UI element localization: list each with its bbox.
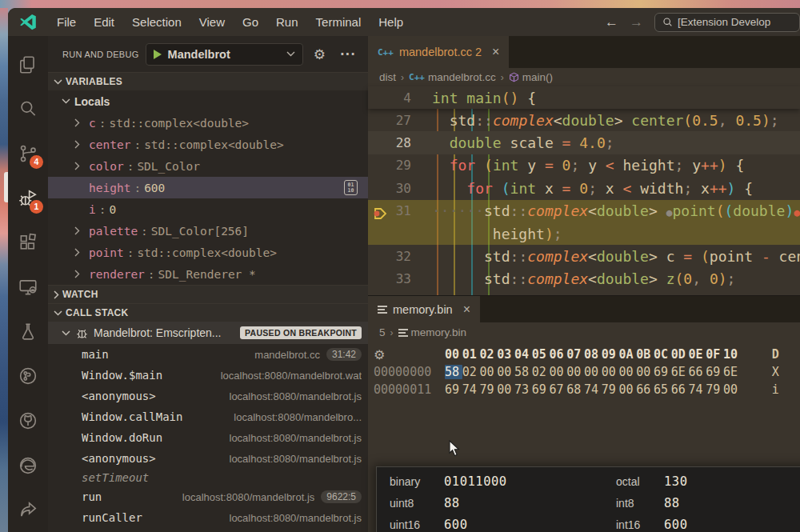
activity-item-edge-devtools[interactable] [9,443,47,488]
stack-frame-run[interactable]: runlocalhost:8080/mandelbrot.js9622:5 [48,486,368,507]
hex-byte[interactable]: 00 [636,365,654,379]
hex-byte[interactable]: 69 [445,382,462,397]
hex-byte[interactable]: 00 [619,365,637,379]
hex-byte[interactable]: 00 [566,365,584,379]
menu-go[interactable]: Go [234,13,267,31]
menu-view[interactable]: View [190,13,234,31]
menu-terminal[interactable]: Terminal [307,13,370,31]
gear-icon[interactable]: ⚙ [310,46,330,62]
hex-byte[interactable]: 73 [514,382,532,397]
activity-item-testing[interactable] [9,310,47,354]
hex-byte[interactable]: 79 [480,382,498,397]
launch-config-dropdown[interactable]: Mandelbrot [146,43,303,66]
code-line-31[interactable]: 31······std::complex<double> ●point((dou… [368,200,800,222]
hex-byte[interactable]: 65 [654,382,671,397]
close-icon[interactable]: × [463,302,470,317]
hex-byte[interactable]: 00 [497,382,514,397]
stack-frame-main[interactable]: mainmandelbrot.cc31:42 [48,344,368,365]
menu-file[interactable]: File [48,13,85,31]
breadcrumb-item-5[interactable]: 5 [379,326,386,338]
activity-item-code-tour[interactable] [9,354,47,398]
hex-byte[interactable]: 66 [636,382,654,397]
stack-frame-runcaller[interactable]: runCallerlocalhost:8080/mandelbrot.js [48,507,368,528]
activity-item-github[interactable] [9,398,47,443]
debug-session-row[interactable]: Mandelbrot: Emscripten... PAUSED ON BREA… [48,322,368,344]
variable-row-i[interactable]: i: 0 [48,198,368,220]
hex-byte[interactable]: 58 [514,365,532,379]
binary-view-icon[interactable]: 0110 [344,180,358,195]
hex-byte[interactable]: 00 [584,365,602,379]
hex-byte[interactable]: 00 [550,365,567,379]
stack-frame-window-callmain[interactable]: Window.callMainlocalhost:8080/mandelbro.… [48,406,368,427]
close-icon[interactable]: × [492,45,499,59]
hex-byte[interactable]: 67 [550,382,567,397]
code-line-32[interactable]: 32 std::complex<double> c = (point - cen… [368,245,800,267]
activity-item-live-share[interactable] [9,487,47,532]
watch-section-header[interactable]: WATCH [48,285,368,303]
breadcrumb-item-mandelbrotcc[interactable]: C++mandelbrot.cc [409,71,496,83]
hex-byte[interactable]: 00 [602,365,619,379]
variables-section-header[interactable]: VARIABLES [48,72,368,90]
sticky-code-line[interactable]: 4int main() { [368,86,536,109]
forward-arrow-icon[interactable]: → [630,14,643,30]
stack-frame-window-dorun[interactable]: Window.doRunlocalhost:8080/mandelbrot.js [48,427,368,448]
variables-scope-locals[interactable]: Locals [48,90,368,112]
activity-item-search[interactable] [9,87,47,132]
code-line-30[interactable]: 30 for (int x = 0; x < width; x++) { [368,177,800,199]
variable-row-c[interactable]: c: std::complex<double> [48,112,368,134]
code-line-29[interactable]: 29 for (int y = 0; y < height; y++) { [368,154,800,177]
hex-byte[interactable]: 69 [706,365,723,379]
hex-byte[interactable]: 69 [654,365,671,379]
more-actions-icon[interactable]: ··· [336,47,360,62]
variable-row-height[interactable]: height: 6000110 [48,177,368,198]
code-line-33[interactable]: 33 std::complex<double> z(0, 0); [368,268,800,290]
hex-byte[interactable]: 68 [566,382,584,397]
call-stack-section-header[interactable]: CALL STACK [48,303,368,322]
variable-row-center[interactable]: center: std::complex<double> [48,134,368,155]
activity-item-extensions[interactable] [9,221,47,266]
hex-byte[interactable]: 58 [445,365,462,379]
menu-edit[interactable]: Edit [85,13,123,31]
menu-help[interactable]: Help [370,13,412,31]
hex-byte[interactable]: 66 [689,365,706,379]
code-line-34[interactable]: 34 int i = 0; [368,290,800,295]
code-line-wrap[interactable]: height); [368,222,800,245]
hex-byte[interactable]: 74 [584,382,602,397]
breadcrumb-item-main[interactable]: main() [509,71,553,83]
code-line-28[interactable]: 28 double scale = 4.0; [368,131,800,154]
menu-run[interactable]: Run [267,13,307,31]
hex-byte[interactable]: 74 [689,382,706,397]
hex-byte[interactable]: 79 [602,382,619,397]
tab-mandelbrot-cc[interactable]: C++ mandelbrot.cc 2 × [368,36,509,68]
activity-item-run-and-debug[interactable]: 1 [9,176,47,221]
hex-byte[interactable]: 79 [706,382,723,397]
hex-byte[interactable]: 00 [480,365,498,379]
hex-byte[interactable]: 00 [619,382,637,397]
back-arrow-icon[interactable]: ← [605,14,618,30]
hex-byte[interactable]: 69 [532,382,550,397]
stack-frame-settimeout[interactable]: setTimeout [48,469,368,486]
start-debug-icon[interactable] [154,50,162,59]
hex-byte[interactable]: 02 [462,365,480,379]
activity-item-source-control[interactable]: 4 [9,131,47,176]
gear-icon[interactable]: ⚙ [374,347,431,362]
hex-byte[interactable]: 6E [671,365,689,379]
hex-byte[interactable]: 02 [532,365,550,379]
stack-frame-window--main[interactable]: Window.$mainlocalhost:8080/mandelbrot.wa… [48,365,368,386]
code-editor[interactable]: 27 std::complex<double> center(0.5, 0.5)… [368,109,800,295]
hex-byte[interactable]: 00 [723,382,741,397]
variable-row-palette[interactable]: palette: SDL_Color[256] [48,220,368,242]
hex-byte[interactable]: 6E [723,365,741,379]
activity-item-explorer[interactable] [9,42,47,87]
hex-byte[interactable]: 74 [462,382,480,397]
stack-frame--anonymous-[interactable]: <anonymous>localhost:8080/mandelbrot.js [48,448,368,469]
menu-selection[interactable]: Selection [123,13,190,31]
breadcrumb-item-memorybin[interactable]: memory.bin [398,326,467,338]
hex-byte[interactable]: 66 [671,382,689,397]
code-line-27[interactable]: 27 std::complex<double> center(0.5, 0.5)… [368,109,800,131]
activity-item-remote-explorer[interactable] [9,265,47,310]
variable-row-color[interactable]: color: SDL_Color [48,155,368,177]
tab-memory-bin[interactable]: memory.bin × [368,296,480,322]
stack-frame--anonymous-[interactable]: <anonymous>localhost:8080/mandelbrot.js [48,386,368,406]
hex-byte[interactable]: 00 [497,365,514,379]
